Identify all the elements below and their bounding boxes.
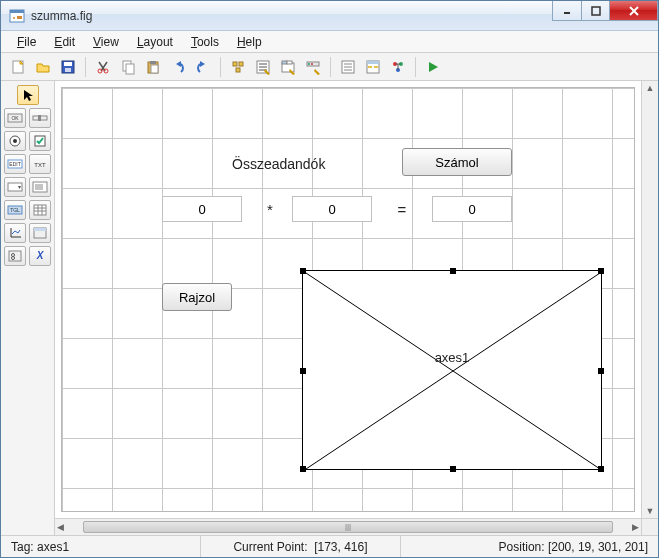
design-canvas[interactable]: Összeadandók Számol 0 * 0 = 0 Rajzol axe… — [55, 81, 658, 535]
svg-rect-25 — [239, 62, 243, 66]
menu-file[interactable]: File — [9, 33, 44, 51]
svg-point-2 — [13, 17, 15, 19]
svg-rect-33 — [282, 61, 287, 64]
layout-grid: Összeadandók Számol 0 * 0 = 0 Rajzol axe… — [61, 87, 635, 512]
svg-rect-1 — [10, 10, 24, 13]
svg-marker-22 — [176, 61, 181, 67]
property-inspector-icon[interactable] — [362, 56, 384, 78]
push-button-tool-icon[interactable]: OK — [4, 108, 26, 128]
panel-tool-icon[interactable] — [29, 223, 51, 243]
new-icon[interactable] — [7, 56, 29, 78]
svg-text:X: X — [36, 250, 45, 261]
horizontal-scrollbar[interactable]: ◀ ||| ▶ — [55, 518, 641, 535]
menu-editor-icon[interactable] — [252, 56, 274, 78]
button-group-tool-icon[interactable] — [4, 246, 26, 266]
listbox-tool-icon[interactable] — [29, 177, 51, 197]
copy-icon[interactable] — [117, 56, 139, 78]
label-osszeadandok[interactable]: Összeadandók — [232, 156, 325, 172]
menu-edit[interactable]: Edit — [46, 33, 83, 51]
svg-rect-81 — [34, 228, 46, 231]
component-palette: OK EDIT TXT TGL — [1, 81, 55, 535]
popup-menu-tool-icon[interactable] — [4, 177, 26, 197]
status-tag: Tag: axes1 — [1, 536, 201, 557]
undo-icon[interactable] — [167, 56, 189, 78]
svg-rect-73 — [34, 205, 46, 215]
checkbox-tool-icon[interactable] — [29, 131, 51, 151]
svg-rect-46 — [368, 66, 372, 68]
svg-rect-20 — [150, 61, 156, 64]
menu-layout[interactable]: Layout — [129, 33, 181, 51]
static-text-tool-icon[interactable]: TXT — [29, 154, 51, 174]
scroll-corner — [641, 518, 658, 535]
svg-rect-37 — [308, 63, 310, 65]
svg-marker-54 — [24, 90, 33, 101]
object-browser-icon[interactable] — [387, 56, 409, 78]
maximize-button[interactable] — [582, 1, 610, 21]
vertical-scrollbar[interactable]: ▲ ▼ — [641, 81, 658, 518]
scroll-right-icon[interactable]: ▶ — [632, 522, 639, 532]
input1-field[interactable]: 0 — [162, 196, 242, 222]
redo-icon[interactable] — [192, 56, 214, 78]
svg-line-86 — [303, 271, 601, 469]
scroll-down-icon[interactable]: ▼ — [646, 506, 655, 516]
menu-view[interactable]: View — [85, 33, 127, 51]
svg-rect-12 — [65, 68, 71, 72]
svg-point-60 — [13, 139, 17, 143]
radio-button-tool-icon[interactable] — [4, 131, 26, 151]
svg-rect-38 — [311, 63, 313, 65]
app-icon — [9, 8, 25, 24]
menu-tools[interactable]: Tools — [183, 33, 227, 51]
edit-text-tool-icon[interactable]: EDIT — [4, 154, 26, 174]
svg-text:OK: OK — [11, 115, 19, 121]
slider-tool-icon[interactable] — [29, 108, 51, 128]
table-tool-icon[interactable] — [29, 200, 51, 220]
compute-button[interactable]: Számol — [402, 148, 512, 176]
draw-button[interactable]: Rajzol — [162, 283, 232, 311]
window-title: szumma.fig — [31, 9, 552, 23]
svg-rect-3 — [17, 16, 22, 19]
svg-rect-47 — [374, 66, 378, 68]
svg-rect-5 — [592, 7, 600, 15]
app-window: szumma.fig File Edit View Layout Tools H… — [0, 0, 659, 558]
statusbar: Tag: axes1 Current Point: [173, 416] Pos… — [1, 535, 658, 557]
svg-rect-26 — [236, 68, 240, 72]
operator-eq[interactable]: = — [392, 196, 412, 222]
tab-order-editor-icon[interactable] — [277, 56, 299, 78]
scroll-thumb[interactable]: ||| — [83, 521, 613, 533]
svg-rect-34 — [287, 61, 292, 64]
mfile-editor-icon[interactable] — [337, 56, 359, 78]
scroll-left-icon[interactable]: ◀ — [57, 522, 64, 532]
svg-rect-24 — [233, 62, 237, 66]
paste-icon[interactable] — [142, 56, 164, 78]
scroll-up-icon[interactable]: ▲ — [646, 83, 655, 93]
open-icon[interactable] — [32, 56, 54, 78]
axes-label: axes1 — [303, 350, 601, 365]
align-icon[interactable] — [227, 56, 249, 78]
run-icon[interactable] — [422, 56, 444, 78]
operator-mult[interactable]: * — [260, 196, 280, 222]
svg-marker-53 — [429, 62, 438, 72]
svg-rect-82 — [9, 251, 21, 261]
svg-rect-58 — [38, 115, 41, 121]
save-icon[interactable] — [57, 56, 79, 78]
svg-marker-23 — [200, 61, 205, 67]
svg-text:TXT: TXT — [34, 162, 46, 168]
svg-rect-45 — [367, 61, 379, 64]
close-button[interactable] — [610, 1, 658, 21]
minimize-button[interactable] — [552, 1, 582, 21]
cut-icon[interactable] — [92, 56, 114, 78]
svg-rect-18 — [126, 64, 134, 74]
input2-field[interactable]: 0 — [292, 196, 372, 222]
toolbar-editor-icon[interactable] — [302, 56, 324, 78]
axes-tool-icon[interactable] — [4, 223, 26, 243]
menu-help[interactable]: Help — [229, 33, 270, 51]
status-position: Position: [200, 19, 301, 201] — [401, 536, 658, 557]
svg-text:EDIT: EDIT — [9, 161, 20, 167]
result-field[interactable]: 0 — [432, 196, 512, 222]
toggle-button-tool-icon[interactable]: TGL — [4, 200, 26, 220]
svg-rect-11 — [64, 62, 72, 66]
svg-point-84 — [12, 257, 15, 260]
axes-object[interactable]: axes1 — [302, 270, 602, 470]
select-tool-icon[interactable] — [17, 85, 39, 105]
activex-tool-icon[interactable]: X — [29, 246, 51, 266]
